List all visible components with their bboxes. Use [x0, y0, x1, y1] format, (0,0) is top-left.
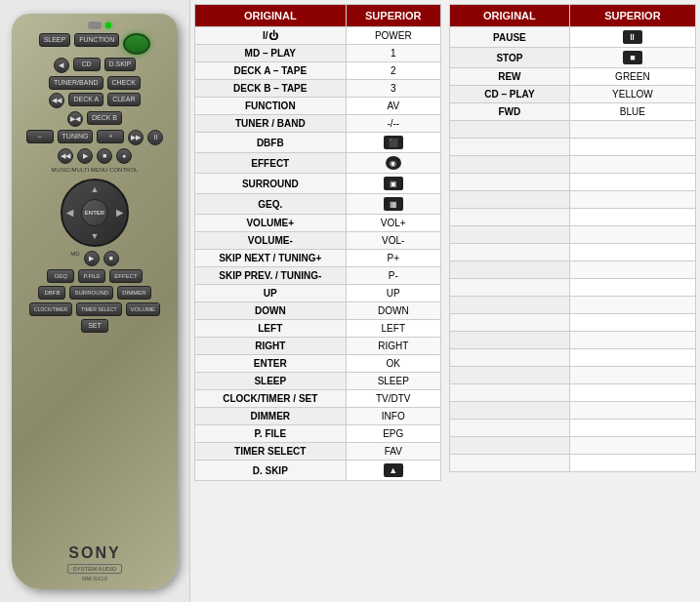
play-button[interactable]: ▶ [77, 148, 93, 164]
power-button[interactable] [123, 33, 150, 55]
table2: ORIGINAL SUPERIOR PAUSE ⏸ STOP ■ REW GRE… [449, 4, 696, 472]
table-row: SKIP PREV. / TUNING- P- [195, 267, 441, 285]
superior-cell: P+ [346, 250, 440, 267]
cell-text: UP [387, 288, 400, 299]
original-cell [450, 349, 570, 367]
p-file-button[interactable]: P.FILE [78, 269, 105, 283]
deck-b-prev[interactable]: ▶◀ [67, 111, 83, 127]
music-multi-label: MUSIC/MULTI MENU CONTROL [52, 167, 139, 173]
cd-button[interactable]: CD [73, 58, 101, 71]
deck-a-button[interactable]: DECK A [68, 93, 103, 106]
md-stop[interactable]: ■ [103, 251, 119, 266]
tuning-label: TUNING [58, 130, 94, 143]
effect-button[interactable]: EFFECT [109, 269, 142, 283]
superior-cell: OK [346, 355, 440, 373]
timer-select-button[interactable]: TIMER SELECT [76, 302, 121, 316]
nav-right-arrow[interactable]: ▶ [116, 208, 123, 218]
remote-container: SLEEP FUNCTION ◀ CD D.SKIP TUNER/BAND CH… [0, 0, 190, 602]
prev-button[interactable]: ◀ [54, 58, 69, 73]
nav-cluster[interactable]: ▲ ▼ ◀ ▶ ENTER [61, 179, 129, 247]
md-play[interactable]: ▶ [84, 251, 100, 266]
original-cell [450, 384, 570, 402]
table-row [450, 139, 696, 156]
cell-text: 1 [391, 48, 396, 59]
table-row: TUNER / BAND -/-- [195, 115, 441, 133]
dbfb-button[interactable]: DBFB [38, 286, 65, 300]
cd-row: ◀ CD D.SKIP [21, 58, 168, 73]
original-cell [450, 402, 570, 420]
surround-button[interactable]: SURROUND [69, 286, 113, 300]
function-button[interactable]: FUNCTION [74, 33, 119, 47]
table1-header-original: ORIGINAL [195, 5, 347, 27]
superior-cell: TV/DTV [346, 390, 440, 408]
pause-button[interactable]: II [147, 130, 163, 145]
tuner-band-button[interactable]: TUNER/BAND [49, 76, 103, 90]
enter-center-button[interactable]: ENTER [81, 199, 108, 226]
superior-cell: -/-- [346, 115, 440, 133]
table-row: TIMER SELECT FAV [195, 443, 441, 461]
superior-cell: ⏸ [569, 27, 695, 48]
table-row [450, 349, 696, 367]
table-row [450, 332, 696, 349]
clock-timer-button[interactable]: CLOCK/TIMER [29, 302, 72, 316]
deck-b-button[interactable]: DECK B [87, 111, 122, 125]
remote: SLEEP FUNCTION ◀ CD D.SKIP TUNER/BAND CH… [12, 14, 178, 589]
original-cell: GEQ. [195, 194, 347, 215]
table-row: ENTER OK [195, 355, 441, 373]
nav-down-arrow[interactable]: ▼ [91, 231, 100, 241]
table-row: CD – PLAY YELLOW [450, 86, 696, 103]
table1-section: ORIGINAL SUPERIOR I/⏻ POWER MD – PLAY 1 … [190, 0, 445, 602]
superior-cell: ⬛ [346, 133, 440, 153]
original-cell: P. FILE [195, 425, 347, 443]
clear-button[interactable]: CLEAR [107, 93, 140, 106]
dskip-button[interactable]: D.SKIP [104, 58, 137, 71]
nav-up-arrow[interactable]: ▲ [91, 184, 100, 194]
dimmer-button[interactable]: DIMMER [117, 286, 150, 300]
cell-text: 3 [391, 83, 396, 94]
cell-text: 2 [391, 65, 396, 76]
deck-a-prev[interactable]: ◀◀ [49, 93, 64, 108]
remote-top [21, 21, 168, 29]
stop-icon: ■ [623, 51, 642, 64]
table-row: PAUSE ⏸ [450, 27, 696, 48]
nav-ring[interactable]: ▲ ▼ ◀ ▶ ENTER [61, 179, 129, 247]
original-cell: VOLUME+ [195, 215, 347, 232]
tuning-plus[interactable]: + [97, 130, 124, 143]
superior-cell [569, 121, 695, 139]
superior-cell: INFO [346, 408, 440, 425]
original-cell [450, 420, 570, 437]
cell-text: DOWN [378, 305, 409, 316]
volume-button[interactable]: VOLUME [126, 302, 160, 316]
stop-button[interactable]: ■ [97, 148, 112, 164]
table-row: SKIP NEXT / TUNING+ P+ [195, 250, 441, 267]
original-cell [450, 297, 570, 314]
superior-cell [569, 384, 695, 402]
sleep-button[interactable]: SLEEP [39, 33, 71, 47]
superior-cell: AV [346, 98, 440, 115]
superior-cell [569, 244, 695, 261]
rec-button[interactable]: ● [116, 148, 132, 164]
original-cell [450, 332, 570, 349]
table-row: UP UP [195, 285, 441, 302]
nav-left-arrow[interactable]: ◀ [66, 208, 73, 218]
table-row: STOP ■ [450, 48, 696, 68]
geq-button[interactable]: GEQ [47, 269, 74, 283]
superior-cell: VOL- [346, 232, 440, 250]
geq-icon: ▦ [384, 197, 403, 211]
tables-container: ORIGINAL SUPERIOR I/⏻ POWER MD – PLAY 1 … [190, 0, 700, 602]
superior-cell [569, 367, 695, 384]
superior-cell: BLUE [569, 103, 695, 121]
original-cell [450, 121, 570, 139]
cell-text: SLEEP [378, 376, 409, 386]
superior-cell [569, 226, 695, 244]
rew-button[interactable]: ◀◀ [58, 148, 73, 164]
original-cell [450, 279, 570, 297]
tuning-minus[interactable]: – [26, 130, 54, 143]
check-button[interactable]: CHECK [107, 76, 142, 90]
ff-button[interactable]: ▶▶ [128, 130, 144, 145]
original-cell: DECK B – TAPE [195, 80, 347, 98]
original-cell: MD – PLAY [195, 45, 347, 62]
cell-text: AV [387, 100, 399, 111]
set-button[interactable]: SET [81, 319, 108, 333]
table-row [450, 209, 696, 226]
